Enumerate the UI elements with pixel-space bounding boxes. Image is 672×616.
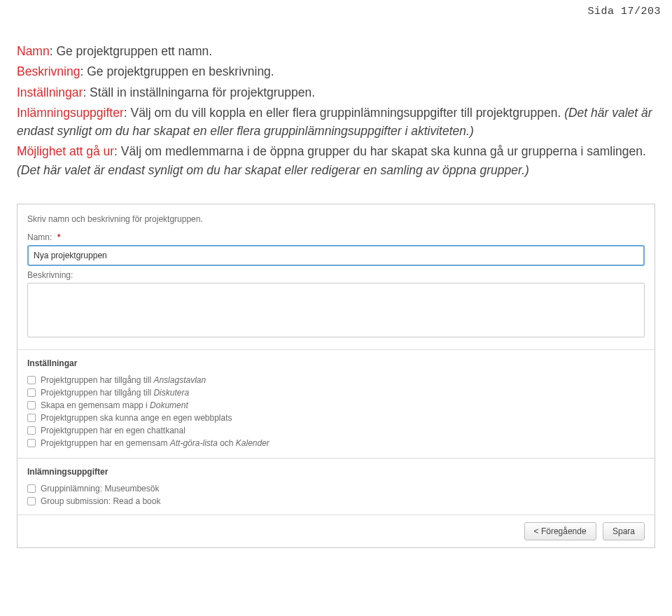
submissions-list: Gruppinlämning: Museumbesök Group submis… (27, 484, 645, 506)
form-panel: Skriv namn och beskrivning för projektgr… (17, 204, 655, 548)
name-label: Namn: * (27, 232, 645, 242)
settings-title: Inställningar (27, 358, 645, 368)
submission-label: Group submission: Read a book (41, 496, 160, 506)
settings-list: Projektgruppen har tillgång till Anslags… (27, 375, 645, 448)
doc-line-inlamning: Inlämningsuppgifter: Välj om du vill kop… (17, 104, 655, 141)
setting-item-diskutera[interactable]: Projektgruppen har tillgång till Diskute… (27, 388, 645, 398)
checkbox-icon[interactable] (27, 414, 36, 422)
setting-item-att-gora-lista[interactable]: Projektgruppen har en gemensam Att-göra-… (27, 438, 645, 448)
checkbox-icon[interactable] (27, 376, 36, 384)
term-inlamning: Inlämningsuppgifter (17, 106, 124, 120)
setting-label: Projektgruppen har en egen chattkanal (41, 426, 186, 435)
checkbox-icon[interactable] (27, 388, 36, 397)
save-button[interactable]: Spara (603, 522, 645, 540)
button-bar: < Föregående Spara (18, 514, 654, 547)
required-asterisk: * (57, 232, 61, 242)
submissions-title: Inlämningsuppgifter (27, 467, 645, 477)
submission-label: Gruppinlämning: Museumbesök (41, 484, 159, 493)
setting-label: Projektgruppen ska kunna ange en egen we… (41, 413, 232, 423)
setting-item-chattkanal[interactable]: Projektgruppen har en egen chattkanal (27, 426, 645, 435)
doc-line-namn: Namn: Ge projektgruppen ett namn. (17, 42, 655, 60)
prev-button[interactable]: < Föregående (524, 522, 596, 540)
term-beskrivning: Beskrivning (17, 64, 80, 78)
divider (18, 349, 654, 350)
name-input[interactable] (27, 245, 645, 266)
setting-item-anslagstavlan[interactable]: Projektgruppen har tillgång till Anslags… (27, 375, 645, 385)
document-text: Namn: Ge projektgruppen ett namn. Beskri… (0, 0, 672, 192)
term-mojlighet: Möjlighet att gå ur (17, 144, 114, 158)
checkbox-icon[interactable] (27, 426, 36, 435)
setting-item-webbplats[interactable]: Projektgruppen ska kunna ange en egen we… (27, 413, 645, 423)
checkbox-icon[interactable] (27, 484, 36, 493)
submission-item-museumbesok[interactable]: Gruppinlämning: Museumbesök (27, 484, 645, 493)
checkbox-icon[interactable] (27, 497, 36, 505)
description-textarea[interactable] (27, 283, 645, 337)
term-namn: Namn (17, 44, 50, 58)
form-intro: Skriv namn och beskrivning för projektgr… (27, 214, 645, 224)
setting-item-dokument[interactable]: Skapa en gemensam mapp i Dokument (27, 400, 645, 410)
checkbox-icon[interactable] (27, 401, 36, 410)
setting-label: Projektgruppen har tillgång till Diskute… (41, 388, 189, 398)
doc-line-mojlighet: Möjlighet att gå ur: Välj om medlemmarna… (17, 142, 655, 179)
setting-label: Skapa en gemensam mapp i Dokument (41, 400, 188, 410)
page-indicator: Sida 17/203 (587, 6, 661, 18)
desc-label: Beskrivning: (27, 270, 645, 280)
setting-label: Projektgruppen har tillgång till Anslags… (41, 375, 206, 385)
doc-line-installningar: Inställningar: Ställ in inställningarna … (17, 83, 655, 102)
term-installningar: Inställningar (17, 85, 83, 99)
submission-item-read-a-book[interactable]: Group submission: Read a book (27, 496, 645, 506)
checkbox-icon[interactable] (27, 439, 36, 447)
doc-line-beskrivning: Beskrivning: Ge projektgruppen en beskri… (17, 62, 655, 80)
divider (18, 458, 654, 458)
setting-label: Projektgruppen har en gemensam Att-göra-… (41, 438, 270, 448)
